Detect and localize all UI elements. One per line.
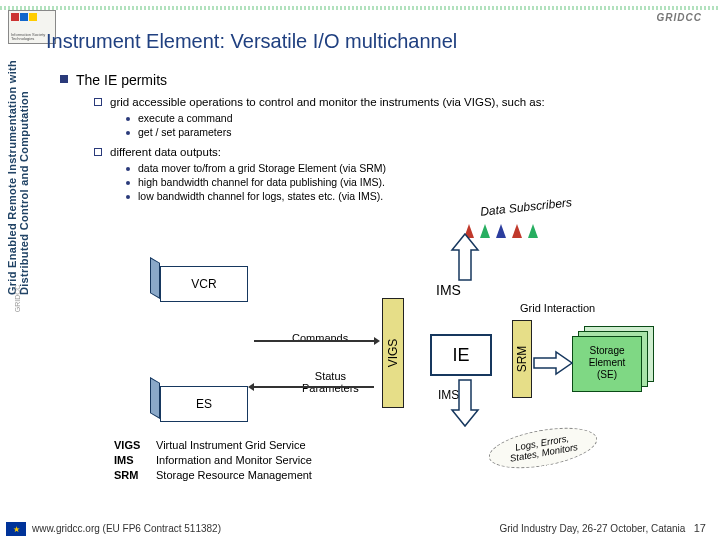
box-storage-element: Storage Element (SE): [572, 336, 642, 392]
diagram: Data Subscribers VCR ES Commands Status …: [60, 260, 700, 490]
bullet-l2b: different data outputs:: [94, 146, 700, 158]
cloud-logs: Logs, Errors, States, Monitors: [486, 421, 601, 476]
bullet-l2b-text: different data outputs:: [110, 146, 221, 158]
arrow-status: [254, 386, 374, 388]
bullet-l3-text: low bandwidth channel for logs, states e…: [138, 190, 383, 202]
svg-marker-0: [452, 234, 478, 280]
bullet-dot-icon: [126, 167, 130, 171]
arrow-up-icon: [480, 224, 490, 238]
sidebar-logo: GRIDCC: [15, 285, 22, 313]
page-number: 17: [694, 522, 706, 534]
label-grid-interaction: Grid Interaction: [520, 302, 595, 314]
bullet-dot-icon: [126, 131, 130, 135]
bullet-l3-text: data mover to/from a grid Storage Elemen…: [138, 162, 386, 174]
decorative-strip: [0, 6, 720, 10]
bullet-l3: get / set parameters: [126, 126, 700, 138]
label-status-parameters: Status Parameters: [302, 370, 359, 394]
arrow-ims-up-icon: [452, 234, 478, 284]
bullet-l3: high bandwidth channel for data publishi…: [126, 176, 700, 188]
bullet-l3-text: get / set parameters: [138, 126, 231, 138]
footer-left: www.gridcc.org (EU FP6 Contract 511382): [32, 523, 221, 534]
bullet-l3-text: high bandwidth channel for data publishi…: [138, 176, 385, 188]
bullet-l2a-text: grid accessible operations to control an…: [110, 96, 545, 108]
acronym-list: VIGSVirtual Instrument Grid Service IMSI…: [114, 438, 312, 483]
sidebar-text: Grid Enabled Remote Instrumentation with…: [6, 60, 30, 295]
arrow-commands: [254, 340, 374, 342]
bullet-dot-icon: [126, 181, 130, 185]
bullet-hollow-icon: [94, 98, 102, 106]
bullet-l3: execute a command: [126, 112, 700, 124]
arrow-up-icon: [528, 224, 538, 238]
bullet-l1: The IE permits: [60, 72, 700, 88]
box-srm: SRM: [512, 320, 532, 398]
box-es-label: ES: [160, 386, 248, 422]
bullet-dot-icon: [126, 117, 130, 121]
bullet-l1-text: The IE permits: [76, 72, 167, 88]
footer-right: Grid Industry Day, 26-27 October, Catani…: [499, 522, 706, 534]
content-area: The IE permits grid accessible operation…: [60, 72, 700, 204]
bullet-square-icon: [60, 75, 68, 83]
label-commands: Commands: [292, 332, 348, 344]
footer: www.gridcc.org (EU FP6 Contract 511382) …: [32, 522, 706, 534]
box-vigs: VIGS: [382, 298, 404, 408]
arrow-srm-right-icon: [534, 352, 572, 378]
bullet-hollow-icon: [94, 148, 102, 156]
acronym-row: VIGSVirtual Instrument Grid Service: [114, 438, 312, 453]
eu-flag-icon: ★: [6, 522, 26, 536]
box-vcr-label: VCR: [160, 266, 248, 302]
bullet-l3: data mover to/from a grid Storage Elemen…: [126, 162, 700, 174]
box-ie: IE: [430, 334, 492, 376]
box-vigs-label: VIGS: [386, 339, 400, 368]
bullet-l3-text: execute a command: [138, 112, 233, 124]
box-ie-label: IE: [452, 345, 469, 366]
arrow-up-icon: [496, 224, 506, 238]
acronym-row: IMSInformation and Monitor Service: [114, 453, 312, 468]
arrow-ims-down-icon: [452, 380, 478, 430]
arrow-up-icon: [512, 224, 522, 238]
bullet-dot-icon: [126, 195, 130, 199]
label-ims-top: IMS: [436, 282, 461, 298]
svg-marker-1: [452, 380, 478, 426]
logo-gridcc-top: GRIDCC: [657, 12, 702, 23]
bullet-l2a: grid accessible operations to control an…: [94, 96, 700, 108]
slide-title: Instrument Element: Versatile I/O multic…: [46, 30, 457, 53]
svg-marker-2: [534, 352, 572, 374]
box-srm-label: SRM: [515, 346, 529, 373]
acronym-row: SRMStorage Resource Management: [114, 468, 312, 483]
bullet-l3: low bandwidth channel for logs, states e…: [126, 190, 700, 202]
sidebar: Grid Enabled Remote Instrumentation with…: [6, 60, 30, 480]
